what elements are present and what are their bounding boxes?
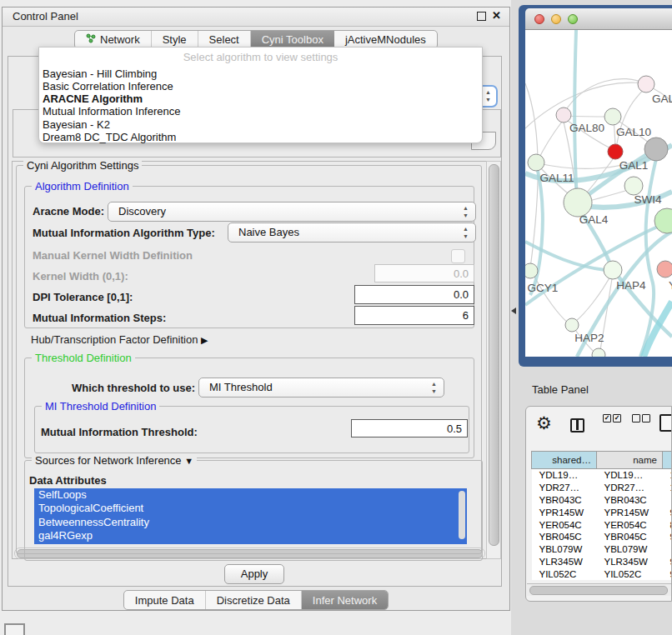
- which-threshold-combo[interactable]: MI Threshold ▲▼: [198, 378, 444, 398]
- network-node-GAL1[interactable]: [608, 144, 623, 159]
- hub-definition-row[interactable]: Hub/Transcription Factor Definition ▶: [31, 333, 208, 346]
- table-cell[interactable]: 9.: [663, 568, 672, 580]
- table-cell[interactable]: YLR345W: [532, 556, 597, 568]
- tab-jactivemnodules[interactable]: jActiveMNodules: [334, 31, 437, 48]
- data-attributes-list[interactable]: SelfLoopsTopologicalCoefficientBetweenne…: [34, 488, 467, 544]
- table-row[interactable]: YBR045CYBR045C9.: [532, 531, 672, 543]
- tab-network[interactable]: Network: [75, 31, 152, 48]
- network-node-HAP4[interactable]: [604, 261, 622, 279]
- chevron-down-icon[interactable]: ▼: [184, 456, 193, 466]
- algorithm-option[interactable]: Basic Correlation Inference: [43, 80, 479, 92]
- table-cell[interactable]: YDL19…: [597, 469, 663, 482]
- data-attribute-item[interactable]: TopologicalCoefficient: [34, 502, 467, 515]
- table-scrollbar-thumb[interactable]: [529, 586, 668, 595]
- table-cell[interactable]: YPR145W: [597, 506, 663, 518]
- algorithm-option[interactable]: Bayesian - Hill Climbing: [43, 68, 479, 80]
- network-canvas[interactable]: GALGAL80GAL10GAL1GAL11SWI4GAL4GCY1HAP4YH…: [525, 30, 672, 357]
- zoom-traffic-light-icon[interactable]: [568, 14, 578, 24]
- node-attribute-table[interactable]: shared…nameA YDL19…YDL19…13YDR27…YDR27…1…: [531, 451, 672, 580]
- network-node-green-right[interactable]: [654, 208, 672, 233]
- kernel-width-input[interactable]: 0.0: [374, 264, 474, 282]
- tab-select[interactable]: Select: [198, 31, 251, 48]
- mi-threshold-input[interactable]: 0.5: [351, 419, 468, 438]
- select-all-checkbox-icon[interactable]: ✓: [613, 414, 621, 422]
- table-row[interactable]: YIL052CYIL052C9.: [532, 568, 672, 580]
- table-cell[interactable]: YBR045C: [532, 531, 597, 543]
- network-edge[interactable]: [525, 242, 605, 270]
- data-attribute-item[interactable]: gal4RGexp: [34, 529, 467, 542]
- table-horizontal-scrollbar[interactable]: [527, 583, 672, 596]
- dpi-tolerance-input[interactable]: 0.0: [354, 285, 474, 304]
- tab-infer-network[interactable]: Infer Network: [302, 591, 388, 609]
- table-cell[interactable]: [663, 494, 672, 507]
- table-cell[interactable]: YIL052C: [597, 568, 663, 580]
- gear-icon[interactable]: ⚙: [536, 413, 552, 433]
- table-cell[interactable]: YBL079W: [532, 543, 597, 556]
- table-cell[interactable]: [663, 543, 672, 556]
- list-scrollbar-thumb[interactable]: [459, 491, 465, 539]
- table-row[interactable]: YDR27…YDR27…12: [532, 482, 672, 494]
- network-node-GAL10[interactable]: [604, 108, 621, 125]
- network-node-gray-node[interactable]: [644, 138, 668, 161]
- network-node-bottom-node[interactable]: [592, 348, 605, 357]
- table-cell[interactable]: 8.: [663, 518, 672, 531]
- table-cell[interactable]: 12: [663, 482, 672, 494]
- table-cell[interactable]: YIL052C: [532, 568, 597, 580]
- network-node-GAL80[interactable]: [556, 108, 571, 122]
- table-cell[interactable]: 13: [663, 469, 672, 482]
- close-traffic-light-icon[interactable]: [534, 14, 544, 24]
- document-icon[interactable]: [659, 414, 672, 432]
- table-cell[interactable]: YER054C: [597, 518, 663, 531]
- sources-group-title[interactable]: Sources for Network Inference ▼: [32, 454, 197, 467]
- column-header[interactable]: shared…: [532, 452, 597, 469]
- tab-cyni-toolbox[interactable]: Cyni Toolbox: [251, 31, 334, 48]
- network-edge[interactable]: [538, 122, 562, 161]
- table-row[interactable]: YPR145WYPR145W9.: [532, 506, 672, 518]
- table-row[interactable]: YBL079WYBL079W: [532, 543, 672, 556]
- tab-discretize-data[interactable]: Discretize Data: [206, 591, 302, 609]
- select-all-checkbox-icon[interactable]: ✓: [603, 414, 611, 422]
- collapsed-panel-icon[interactable]: [4, 623, 25, 635]
- manual-kernel-checkbox[interactable]: [451, 249, 465, 263]
- network-view-window[interactable]: GALGAL80GAL10GAL1GAL11SWI4GAL4GCY1HAP4YH…: [519, 5, 672, 367]
- table-row[interactable]: YER054CYER054C8.: [532, 518, 672, 531]
- network-window-titlebar[interactable]: [525, 8, 672, 30]
- table-cell[interactable]: YPR145W: [532, 506, 597, 518]
- algorithm-option[interactable]: ARACNE Algorithm: [43, 92, 479, 105]
- network-node-gal-top[interactable]: [638, 76, 654, 92]
- table-cell[interactable]: YDL19…: [532, 469, 597, 482]
- aracne-mode-combo[interactable]: Discovery ▲▼: [108, 202, 476, 222]
- vertical-scrollbar[interactable]: [486, 161, 501, 559]
- table-cell[interactable]: YDR27…: [532, 482, 597, 494]
- column-header[interactable]: name: [597, 452, 663, 469]
- chevron-right-icon[interactable]: ▶: [201, 335, 208, 345]
- column-header[interactable]: A: [663, 452, 672, 469]
- float-window-icon[interactable]: [477, 12, 486, 21]
- algorithm-option[interactable]: Bayesian - K2: [43, 118, 479, 131]
- tab-impute-data[interactable]: Impute Data: [124, 591, 206, 609]
- algorithm-option[interactable]: Mutual Information Inference: [43, 105, 479, 118]
- table-cell[interactable]: YDR27…: [597, 482, 663, 494]
- table-cell[interactable]: 9.: [663, 531, 672, 543]
- network-node-HAP2[interactable]: [565, 318, 579, 332]
- deselect-all-checkbox-icon[interactable]: [632, 414, 640, 422]
- table-cell[interactable]: YBR045C: [597, 531, 663, 543]
- table-cell[interactable]: 9.: [663, 556, 672, 568]
- table-cell[interactable]: 9.: [663, 506, 672, 518]
- minimize-traffic-light-icon[interactable]: [551, 14, 561, 24]
- data-attribute-item[interactable]: BetweennessCentrality: [34, 516, 467, 529]
- table-row[interactable]: YLR345WYLR345W9.: [532, 556, 672, 568]
- deselect-all-checkbox-icon[interactable]: [642, 414, 650, 422]
- network-edge[interactable]: [574, 30, 577, 199]
- table-row[interactable]: YBR043CYBR043C: [532, 494, 672, 507]
- columns-icon[interactable]: [570, 418, 584, 432]
- network-node-GAL11[interactable]: [528, 154, 544, 171]
- mi-steps-input[interactable]: 6: [354, 306, 474, 325]
- close-icon[interactable]: ✕: [491, 10, 502, 21]
- table-row[interactable]: YDL19…YDL19…13: [532, 469, 672, 482]
- table-cell[interactable]: YLR345W: [597, 556, 663, 568]
- table-cell[interactable]: YER054C: [532, 518, 597, 531]
- table-cell[interactable]: YBR043C: [532, 494, 597, 507]
- network-node-salmon-node[interactable]: [657, 261, 672, 278]
- network-node-SWI4[interactable]: [624, 177, 643, 195]
